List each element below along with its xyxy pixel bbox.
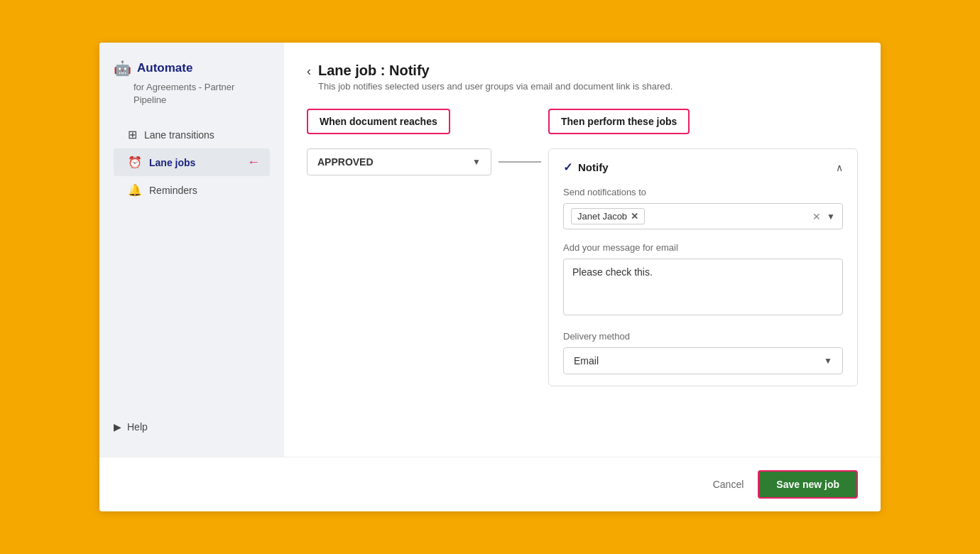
notify-label: Notify — [578, 161, 609, 173]
page-description: This job notifies selected users and use… — [318, 81, 673, 92]
brand-icon: 🤖 — [114, 60, 131, 77]
clock-icon: ⏰ — [128, 156, 142, 169]
recipient-name: Janet Jacob — [577, 211, 627, 222]
bell-icon: 🔔 — [128, 183, 142, 197]
arrow-icon: ← — [247, 155, 260, 170]
sidebar-nav: ⊞ Lane transitions ⏰ Lane jobs ← 🔔 Remin… — [114, 121, 270, 204]
tag-remove-icon[interactable]: ✕ — [631, 211, 638, 222]
chevron-up-icon[interactable]: ∧ — [836, 162, 843, 173]
table-icon: ⊞ — [128, 128, 137, 141]
sidebar-item-label: Lane transitions — [144, 129, 214, 141]
two-col-layout: When document reaches APPROVED ▼ Then pe… — [307, 109, 858, 437]
delivery-value: Email — [574, 355, 599, 366]
play-icon: ▶ — [114, 421, 121, 433]
help-label: Help — [127, 421, 148, 433]
email-message-textarea[interactable]: Please check this. — [563, 259, 843, 315]
main-container: 🤖 Automate for Agreements - Partner Pipe… — [99, 43, 881, 511]
chevron-down-icon: ▼ — [472, 157, 481, 167]
notify-card-header: ✓ Notify ∧ — [563, 161, 843, 174]
check-icon: ✓ — [563, 161, 572, 174]
notify-card: ✓ Notify ∧ Send notifications to Janet J… — [548, 148, 858, 386]
sidebar-item-lane-transitions[interactable]: ⊞ Lane transitions — [114, 121, 270, 148]
sidebar-brand: 🤖 Automate — [114, 60, 270, 77]
dropdown-value: APPROVED — [317, 156, 374, 168]
save-new-job-button[interactable]: Save new job — [758, 470, 858, 499]
cancel-button[interactable]: Cancel — [713, 479, 744, 490]
sidebar-top: 🤖 Automate for Agreements - Partner Pipe… — [99, 60, 284, 204]
sidebar-item-lane-jobs[interactable]: ⏰ Lane jobs ← — [114, 148, 270, 176]
recipient-input[interactable]: Janet Jacob ✕ ✕ ▼ — [563, 203, 843, 229]
document-reaches-dropdown[interactable]: APPROVED ▼ — [307, 148, 491, 175]
header-text: Lane job : Notify This job notifies sele… — [318, 63, 673, 92]
content-area: 🤖 Automate for Agreements - Partner Pipe… — [99, 43, 881, 457]
brand-title: Automate — [137, 61, 192, 75]
back-button[interactable]: ‹ — [307, 64, 311, 79]
when-document-header: When document reaches — [307, 109, 450, 134]
sidebar-item-label: Reminders — [149, 185, 197, 196]
left-column: When document reaches APPROVED ▼ — [307, 109, 548, 175]
tag-items: Janet Jacob ✕ — [571, 208, 812, 224]
sidebar-bottom: ▶ Help — [99, 421, 284, 440]
main-content: ‹ Lane job : Notify This job notifies se… — [284, 43, 881, 457]
tag-controls: ✕ ▼ — [812, 211, 835, 222]
delivery-method-label: Delivery method — [563, 331, 843, 342]
chevron-down-icon[interactable]: ▼ — [827, 212, 835, 222]
sidebar-item-label: Lane jobs — [149, 157, 195, 168]
page-title: Lane job : Notify — [318, 63, 673, 79]
recipient-tag: Janet Jacob ✕ — [571, 208, 645, 224]
chevron-down-icon: ▼ — [824, 356, 832, 366]
page-header: ‹ Lane job : Notify This job notifies se… — [307, 63, 858, 92]
notify-title: ✓ Notify — [563, 161, 609, 174]
footer: Cancel Save new job — [99, 457, 881, 511]
send-notifications-label: Send notifications to — [563, 187, 843, 197]
right-column: Then perform these jobs ✓ Notify ∧ Send … — [548, 109, 858, 386]
connector-line — [499, 161, 541, 163]
brand-subtitle: for Agreements - Partner Pipeline — [134, 81, 270, 107]
help-button[interactable]: ▶ Help — [114, 421, 270, 433]
sidebar: 🤖 Automate for Agreements - Partner Pipe… — [99, 43, 284, 457]
email-message-label: Add your message for email — [563, 242, 843, 253]
clear-icon[interactable]: ✕ — [812, 211, 821, 222]
sidebar-item-reminders[interactable]: 🔔 Reminders — [114, 176, 270, 204]
delivery-method-dropdown[interactable]: Email ▼ — [563, 347, 843, 374]
then-perform-header: Then perform these jobs — [548, 109, 690, 134]
